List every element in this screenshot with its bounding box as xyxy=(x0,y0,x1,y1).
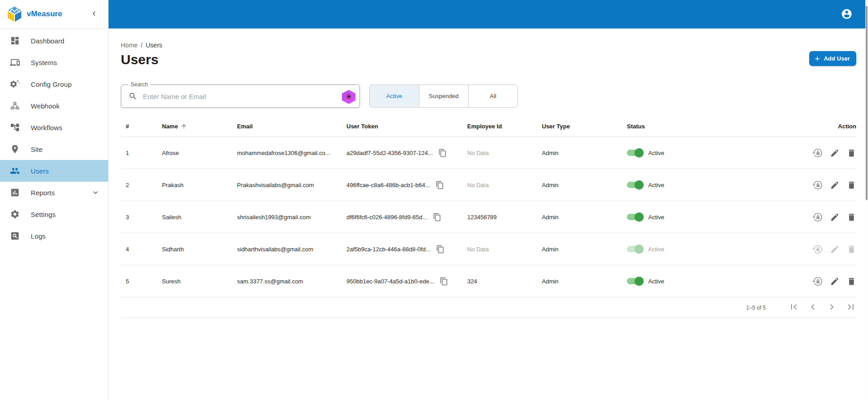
delete-user-button[interactable] xyxy=(847,212,856,222)
reset-password-icon xyxy=(812,212,823,222)
edit-user-button[interactable] xyxy=(830,245,840,254)
sidebar-item-site[interactable]: Site xyxy=(0,138,108,160)
edit-user-button[interactable] xyxy=(830,180,840,190)
delete-user-button[interactable] xyxy=(847,245,856,254)
user-token: 496ffcae-c8a6-486b-acb1-b64... xyxy=(346,182,430,188)
table-row: 4 Sidharth sidharthvisailabs@gmail.com 2… xyxy=(121,233,856,265)
page-scrollbar[interactable] xyxy=(865,0,868,400)
sidebar-item-label: Users xyxy=(31,167,49,175)
tab-suspended[interactable]: Suspended xyxy=(419,85,468,107)
settings-icon xyxy=(10,209,20,219)
last-page-button[interactable] xyxy=(845,301,856,312)
breadcrumb: Home/Users xyxy=(121,42,854,49)
scrollbar-thumb[interactable] xyxy=(866,6,868,200)
employee-id: No Data xyxy=(467,182,542,188)
chevron-left-icon xyxy=(807,301,818,312)
sidebar-item-logs[interactable]: Logs xyxy=(0,225,108,247)
browser-extension-badge-icon[interactable]: ✳ xyxy=(342,90,356,104)
sidebar-item-workflows[interactable]: Workflows xyxy=(0,117,108,138)
header-name[interactable]: Name xyxy=(162,123,237,130)
user-email: sidharthvisailabs@gmail.com xyxy=(237,246,346,253)
sidebar-collapse-button[interactable] xyxy=(89,9,99,19)
reset-password-icon xyxy=(812,180,823,190)
header-user-token[interactable]: User Token xyxy=(346,123,467,130)
webhook-icon xyxy=(10,101,20,111)
account-menu-button[interactable] xyxy=(840,8,853,21)
copy-token-button[interactable] xyxy=(440,277,448,286)
edit-user-button[interactable] xyxy=(830,212,840,222)
delete-icon xyxy=(847,245,856,254)
reports-icon xyxy=(10,188,20,198)
workflows-icon xyxy=(10,122,20,132)
copy-token-button[interactable] xyxy=(438,149,447,157)
status-toggle[interactable] xyxy=(627,278,642,284)
delete-user-button[interactable] xyxy=(847,180,856,190)
breadcrumb-home-link[interactable]: Home xyxy=(121,42,138,49)
header-index[interactable]: # xyxy=(121,123,162,130)
edit-user-button[interactable] xyxy=(830,277,840,286)
next-page-button[interactable] xyxy=(826,301,837,312)
pagination-range-label: 1–5 of 5 xyxy=(746,305,766,311)
header-user-type[interactable]: User Type xyxy=(542,123,627,130)
sidebar-item-reports[interactable]: Reports xyxy=(0,182,108,203)
header-status[interactable]: Status xyxy=(627,123,781,130)
reset-password-button[interactable] xyxy=(812,212,823,222)
sidebar-header: vMeasure xyxy=(0,0,108,28)
sidebar-item-systems[interactable]: Systems xyxy=(0,52,108,73)
copy-icon xyxy=(438,149,447,157)
reset-password-button[interactable] xyxy=(812,148,823,158)
sidebar-item-config-group[interactable]: Config Group xyxy=(0,73,108,95)
sidebar-item-label: Workflows xyxy=(31,124,62,132)
sidebar-item-webhook[interactable]: Webhook xyxy=(0,95,108,117)
main-content: Home/Users Users Add User Search ✳ Activ… xyxy=(109,29,865,400)
first-page-icon xyxy=(788,301,799,312)
tab-all[interactable]: All xyxy=(468,85,517,107)
copy-icon xyxy=(440,277,448,286)
table-row: 2 Prakash Prakashvisailabs@gmail.com 496… xyxy=(121,169,856,201)
user-name: Suresh xyxy=(162,278,237,285)
logs-icon xyxy=(10,231,20,241)
reset-password-button[interactable] xyxy=(812,244,823,254)
status-toggle[interactable] xyxy=(627,182,642,188)
delete-icon xyxy=(847,277,856,286)
row-index: 5 xyxy=(121,278,162,285)
edit-user-button[interactable] xyxy=(830,148,840,158)
user-name: Sidharth xyxy=(162,246,237,253)
edit-icon xyxy=(830,212,840,222)
brand-name: vMeasure xyxy=(27,9,62,19)
header-employee-id[interactable]: Employee Id xyxy=(467,123,542,130)
user-token: a29dadf7-55d2-4356-9307-124... xyxy=(346,150,433,156)
add-user-label: Add User xyxy=(824,55,850,62)
systems-icon xyxy=(10,57,20,67)
config-group-icon xyxy=(10,79,20,89)
reset-password-icon xyxy=(812,276,823,287)
previous-page-button[interactable] xyxy=(807,301,818,312)
status-toggle[interactable] xyxy=(627,150,642,156)
search-field: Search ✳ xyxy=(121,85,360,108)
sidebar-item-users[interactable]: Users xyxy=(0,160,108,182)
user-email: mohammedafrose1306@gmail.co... xyxy=(237,150,346,156)
sidebar-item-dashboard[interactable]: Dashboard xyxy=(0,30,108,52)
table-row: 5 Suresh sam.3377.ss@gmail.com 950bb1ec-… xyxy=(121,265,856,297)
copy-token-button[interactable] xyxy=(433,213,441,221)
header-email[interactable]: Email xyxy=(237,123,346,130)
reset-password-button[interactable] xyxy=(812,276,823,287)
header-action: Action xyxy=(781,123,856,130)
tab-active[interactable]: Active xyxy=(370,85,419,107)
reset-password-button[interactable] xyxy=(812,180,823,190)
add-user-button[interactable]: Add User xyxy=(809,51,856,66)
delete-user-button[interactable] xyxy=(847,277,856,286)
status-toggle[interactable] xyxy=(627,214,642,220)
user-token: 950bb1ec-9a07-4a5d-a1b0-ede... xyxy=(346,278,434,285)
delete-user-button[interactable] xyxy=(847,148,856,158)
search-input[interactable] xyxy=(143,93,339,100)
sidebar-item-settings[interactable]: Settings xyxy=(0,203,108,225)
status-filter-tabs: Active Suspended All xyxy=(369,85,518,108)
status-toggle[interactable] xyxy=(627,246,642,252)
first-page-button[interactable] xyxy=(788,301,799,312)
copy-token-button[interactable] xyxy=(436,181,444,189)
copy-token-button[interactable] xyxy=(436,245,445,254)
sort-ascending-icon xyxy=(180,123,187,130)
filter-row: Search ✳ Active Suspended All xyxy=(121,85,854,108)
copy-icon xyxy=(433,213,441,221)
